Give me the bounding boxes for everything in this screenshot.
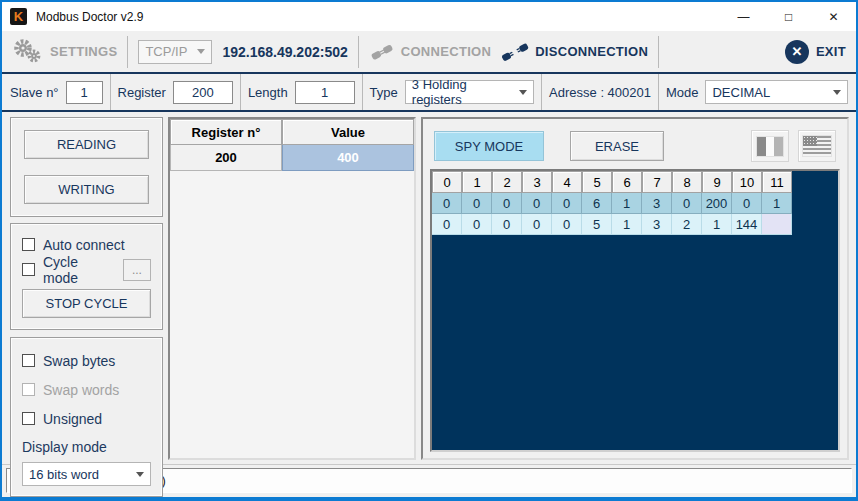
language-flags (751, 130, 836, 162)
unsigned-label: Unsigned (43, 411, 102, 427)
length-label: Length (248, 85, 288, 100)
plug-connected-icon (369, 42, 395, 62)
spy-column-header: 1 (462, 171, 492, 193)
display-mode-label: Display mode (22, 435, 151, 459)
params-separator (362, 74, 363, 110)
exit-button[interactable]: ✕ EXIT (785, 40, 846, 64)
stop-cycle-button[interactable]: STOP CYCLE (22, 289, 151, 318)
register-table-panel: Register n° Value 200400 (168, 117, 416, 460)
read-write-group: READING WRITING (10, 117, 163, 217)
spy-column-header: 8 (672, 171, 702, 193)
plug-disconnected-icon (501, 41, 529, 63)
register-column-header: Register n° (170, 119, 282, 145)
type-value: 3 Holding registers (412, 77, 511, 107)
chevron-down-icon (136, 472, 144, 477)
spy-column-header: 10 (732, 171, 762, 193)
cycle-mode-checkbox[interactable] (22, 263, 35, 276)
cycle-group: Auto connect Cycle mode ... STOP CYCLE (10, 223, 163, 330)
reading-button[interactable]: READING (24, 130, 149, 159)
auto-connect-checkbox[interactable] (22, 238, 35, 251)
disconnection-label: DISCONNECTION (535, 44, 648, 59)
spy-cell: 5 (582, 214, 612, 235)
spy-panel: SPY MODE ERASE 01234567891 (421, 117, 849, 460)
maximize-button[interactable]: □ (766, 2, 811, 31)
spy-cell: 3 (642, 214, 672, 235)
close-button[interactable]: ✕ (811, 2, 856, 31)
swap-bytes-label: Swap bytes (43, 353, 115, 369)
titlebar: K Modbus Doctor v2.9 — □ ✕ (2, 2, 856, 31)
connection-button[interactable]: CONNECTION (369, 42, 491, 62)
main-area: READING WRITING Auto connect Cycle mode … (2, 112, 856, 464)
app-logo-icon: K (10, 8, 27, 25)
disconnection-button[interactable]: DISCONNECTION (501, 41, 648, 63)
request-params-bar: Slave n° Register Length Type 3 Holding … (2, 74, 856, 112)
connection-label: CONNECTION (401, 44, 491, 59)
cycle-mode-label: Cycle mode (43, 254, 115, 286)
spy-column-header: 9 (702, 171, 732, 193)
app-logo-letter: K (14, 9, 23, 24)
spy-grid: 0123456789101100000613020001000005132114… (432, 171, 792, 235)
toolbar-separator (358, 36, 359, 68)
toolbar-separator (127, 36, 128, 68)
spy-cell: 0 (672, 193, 702, 214)
length-input[interactable] (295, 81, 355, 104)
chevron-down-icon (833, 90, 841, 95)
params-separator (240, 74, 241, 110)
french-language-button[interactable] (751, 130, 789, 162)
chevron-down-icon (197, 49, 205, 54)
settings-label: SETTINGS (50, 44, 117, 59)
slave-input[interactable] (66, 81, 103, 104)
spy-cell: 1 (762, 193, 792, 214)
us-flag-icon (802, 135, 832, 157)
french-flag-icon (756, 136, 784, 157)
spy-controls: SPY MODE ERASE (430, 126, 840, 166)
type-select[interactable]: 3 Holding registers (405, 80, 534, 104)
slave-label: Slave n° (10, 85, 59, 100)
spy-cell: 0 (522, 193, 552, 214)
writing-button[interactable]: WRITING (24, 175, 149, 204)
spy-cell: 0 (432, 214, 462, 235)
erase-button[interactable]: ERASE (570, 131, 664, 161)
spy-cell: 6 (582, 193, 612, 214)
cycle-options-button[interactable]: ... (123, 259, 151, 281)
address-readout: Adresse : 400201 (549, 85, 651, 100)
spy-column-header: 0 (432, 171, 462, 193)
type-label: Type (370, 85, 398, 100)
left-panel: READING WRITING Auto connect Cycle mode … (10, 117, 163, 460)
params-separator (110, 74, 111, 110)
register-value-cell[interactable]: 400 (282, 145, 414, 171)
spy-column-header: 4 (552, 171, 582, 193)
spy-mode-button[interactable]: SPY MODE (434, 131, 544, 161)
swap-bytes-checkbox[interactable] (22, 354, 35, 367)
toolbar: SETTINGS TCP/IP 192.168.49.202:502 CONNE… (2, 31, 856, 74)
spy-column-header: 11 (762, 171, 792, 193)
spy-cell: 1 (612, 193, 642, 214)
spy-cell: 0 (552, 214, 582, 235)
mode-select[interactable]: DECIMAL (705, 80, 848, 104)
spy-log-area: 0123456789101100000613020001000005132114… (430, 169, 840, 452)
display-mode-select[interactable]: 16 bits word (22, 462, 151, 486)
spy-cell: 0 (522, 214, 552, 235)
spy-cell: 0 (432, 193, 462, 214)
params-separator (541, 74, 542, 110)
settings-button[interactable]: SETTINGS (12, 38, 117, 66)
auto-connect-label: Auto connect (43, 237, 125, 253)
spy-cell: 0 (732, 193, 762, 214)
minimize-button[interactable]: — (721, 2, 766, 31)
spy-column-header: 5 (582, 171, 612, 193)
protocol-select[interactable]: TCP/IP (138, 40, 212, 64)
spy-cell: 0 (462, 193, 492, 214)
register-input[interactable] (173, 81, 233, 104)
display-options-group: Swap bytes Swap words Unsigned Display m… (10, 337, 163, 497)
spy-cell: 3 (642, 193, 672, 214)
english-language-button[interactable] (798, 130, 836, 162)
spy-cell: 0 (552, 193, 582, 214)
register-number-cell[interactable]: 200 (170, 145, 282, 171)
swap-words-checkbox (22, 383, 35, 396)
display-mode-value: 16 bits word (29, 467, 99, 482)
exit-x-icon: ✕ (785, 40, 809, 64)
gears-icon (12, 38, 44, 66)
chevron-down-icon (519, 90, 527, 95)
unsigned-checkbox[interactable] (22, 412, 35, 425)
mode-value: DECIMAL (712, 85, 770, 100)
